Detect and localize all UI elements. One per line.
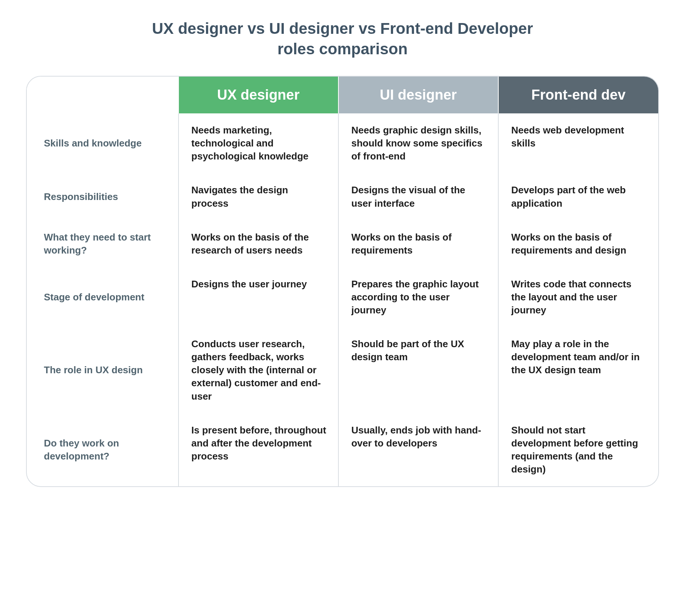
table-row: Stage of developmentDesigns the user jou… xyxy=(27,267,658,327)
cell-ux: Conducts user research, gathers feedback… xyxy=(179,327,338,413)
header-blank xyxy=(27,77,179,113)
cell-ux: Is present before, throughout and after … xyxy=(179,413,338,486)
header-ux: UX designer xyxy=(179,77,338,113)
cell-ui: Needs graphic design skills, should know… xyxy=(338,113,498,173)
cell-fe: Develops part of the web application xyxy=(498,173,658,220)
row-label: Do they work on development? xyxy=(27,413,179,486)
table-row: Do they work on development?Is present b… xyxy=(27,413,658,486)
cell-fe: Needs web development skills xyxy=(498,113,658,173)
row-label: The role in UX design xyxy=(27,327,179,413)
comparison-table: UX designer UI designer Front-end dev Sk… xyxy=(27,77,658,486)
row-label: Skills and knowledge xyxy=(27,113,179,173)
title-line-2: roles comparison xyxy=(277,40,408,58)
cell-ux: Designs the user journey xyxy=(179,267,338,327)
row-label: What they need to start working? xyxy=(27,220,179,267)
row-label: Responsibilities xyxy=(27,173,179,220)
table-row: The role in UX designConducts user resea… xyxy=(27,327,658,413)
table-row: What they need to start working?Works on… xyxy=(27,220,658,267)
cell-ui: Should be part of the UX design team xyxy=(338,327,498,413)
cell-fe: Works on the basis of requirements and d… xyxy=(498,220,658,267)
header-row: UX designer UI designer Front-end dev xyxy=(27,77,658,113)
cell-ux: Navigates the design process xyxy=(179,173,338,220)
header-ui: UI designer xyxy=(338,77,498,113)
row-label: Stage of development xyxy=(27,267,179,327)
cell-ui: Works on the basis of requirements xyxy=(338,220,498,267)
cell-ux: Needs marketing, technological and psych… xyxy=(179,113,338,173)
table-row: ResponsibilitiesNavigates the design pro… xyxy=(27,173,658,220)
table-row: Skills and knowledgeNeeds marketing, tec… xyxy=(27,113,658,173)
page-title: UX designer vs UI designer vs Front-end … xyxy=(26,19,659,59)
cell-ui: Prepares the graphic layout according to… xyxy=(338,267,498,327)
title-line-1: UX designer vs UI designer vs Front-end … xyxy=(152,20,533,37)
cell-ui: Usually, ends job with hand-over to deve… xyxy=(338,413,498,486)
cell-fe: Writes code that connects the layout and… xyxy=(498,267,658,327)
cell-fe: Should not start development before gett… xyxy=(498,413,658,486)
cell-ui: Designs the visual of the user interface xyxy=(338,173,498,220)
comparison-table-container: UX designer UI designer Front-end dev Sk… xyxy=(26,76,659,487)
header-fe: Front-end dev xyxy=(498,77,658,113)
cell-fe: May play a role in the development team … xyxy=(498,327,658,413)
cell-ux: Works on the basis of the research of us… xyxy=(179,220,338,267)
